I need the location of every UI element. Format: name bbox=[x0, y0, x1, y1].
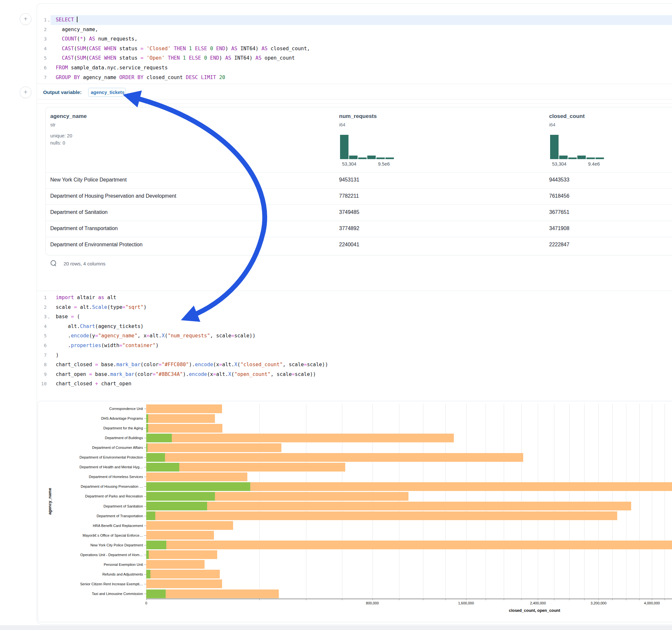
gridline bbox=[466, 404, 466, 599]
line-number: 5 bbox=[37, 331, 47, 341]
search-icon[interactable] bbox=[51, 260, 56, 266]
code-text: CAST(SUM(CASE WHEN status = 'Closed' THE… bbox=[56, 44, 310, 54]
x-axis-tick bbox=[584, 599, 584, 600]
x-axis-title: closed_count, open_count bbox=[509, 608, 560, 613]
code-text: CAST(SUM(CASE WHEN status = 'Open' THEN … bbox=[56, 53, 295, 63]
python-cell-line[interactable]: 2scale = alt.Scale(type="sqrt") bbox=[37, 303, 672, 312]
line-number: 4 bbox=[37, 44, 47, 54]
python-cell-line[interactable]: 5 .encode(y="agency_name", x=alt.X("num_… bbox=[37, 331, 672, 341]
table-cell: 3677651 bbox=[549, 209, 569, 215]
cell-divider bbox=[37, 99, 672, 99]
bar-closed-count bbox=[146, 453, 523, 462]
python-cell-line[interactable]: 10chart_closed + chart_open bbox=[37, 379, 672, 389]
bar-closed-count bbox=[146, 472, 247, 481]
column-stat: nulls: 0 bbox=[50, 140, 65, 146]
notebook-page: + + 1⌄SELECT 2 agency_name,3 COUNT(*) AS… bbox=[0, 0, 672, 630]
python-code-editor[interactable]: 1import altair as alt2scale = alt.Scale(… bbox=[37, 293, 672, 389]
bar-closed-count bbox=[146, 560, 205, 569]
gridline bbox=[259, 404, 260, 599]
fold-caret-icon[interactable]: ⌄ bbox=[48, 16, 50, 25]
x-axis-tick bbox=[446, 599, 446, 600]
code-text: .encode(y="agency_name", x=alt.X("num_re… bbox=[56, 331, 256, 341]
output-variable-pill[interactable]: agency_tickets bbox=[88, 88, 126, 97]
gridline bbox=[598, 404, 599, 599]
gridline bbox=[538, 404, 538, 599]
output-variable-label: Output variable: bbox=[43, 90, 82, 95]
column-histogram bbox=[550, 135, 605, 159]
x-axis-tick bbox=[423, 599, 423, 600]
column-header[interactable]: closed_count bbox=[549, 113, 585, 120]
column-header[interactable]: agency_name bbox=[50, 113, 87, 120]
table-row[interactable]: New York City Police Department945313194… bbox=[46, 172, 672, 189]
x-axis-tick bbox=[613, 599, 613, 600]
gridline bbox=[486, 404, 486, 599]
bar-open-count bbox=[146, 463, 179, 471]
sql-cell-line[interactable]: 1⌄SELECT bbox=[37, 15, 672, 25]
line-number: 6 bbox=[37, 341, 47, 350]
line-number: 7 bbox=[37, 350, 47, 360]
sql-cell-line[interactable]: 2 agency_name, bbox=[37, 25, 672, 35]
line-number: 3 bbox=[37, 34, 47, 44]
table-row[interactable]: Department of Housing Preservation and D… bbox=[46, 188, 672, 205]
table-cell: Department of Environmental Protection bbox=[50, 242, 143, 248]
x-axis-tick bbox=[639, 599, 640, 600]
fold-caret-icon[interactable]: ⌄ bbox=[48, 312, 50, 322]
y-axis-label: Department of Transportation bbox=[38, 511, 143, 521]
x-axis-tick-label: 800,000 bbox=[366, 601, 379, 605]
bar-closed-count bbox=[146, 502, 631, 510]
python-cell-line[interactable]: 8chart_closed = base.mark_bar(color="#FF… bbox=[37, 360, 672, 370]
table-cell: 2222847 bbox=[549, 242, 569, 248]
gridline bbox=[613, 404, 613, 599]
chart-output: Correspondence UnitDHS Advantage Program… bbox=[38, 401, 672, 622]
x-axis-tick-label: 3,200,000 bbox=[591, 601, 606, 605]
gridline bbox=[569, 404, 570, 599]
line-number: 4 bbox=[37, 322, 47, 332]
y-axis-label: Department of Health and Mental Hyg… bbox=[38, 462, 143, 472]
python-cell-line[interactable]: 9chart_open = base.mark_bar(color="#8BC3… bbox=[37, 370, 672, 380]
bar-open-count bbox=[146, 502, 207, 510]
next-panel-edge bbox=[0, 626, 672, 630]
sql-code-editor[interactable]: 1⌄SELECT 2 agency_name,3 COUNT(*) AS num… bbox=[37, 15, 672, 82]
x-axis-tick bbox=[626, 599, 626, 600]
line-number: 1 bbox=[37, 15, 47, 25]
y-axis-label: Department of Consumer Affairs bbox=[38, 443, 143, 453]
line-number: 3 bbox=[37, 312, 47, 322]
table-row[interactable]: Department of Sanitation37494853677651 bbox=[46, 204, 672, 221]
column-header[interactable]: num_requests bbox=[339, 113, 377, 120]
gridline bbox=[584, 404, 584, 599]
y-axis-label: Taxi and Limousine Commission bbox=[38, 589, 143, 599]
python-cell-line[interactable]: 7) bbox=[37, 350, 672, 360]
bar-open-count bbox=[146, 482, 250, 491]
code-text: chart_open = base.mark_bar(color="#8BC34… bbox=[56, 370, 316, 380]
sql-cell-line[interactable]: 3 COUNT(*) AS num_requests, bbox=[37, 34, 672, 44]
python-cell-line[interactable]: 4 alt.Chart(agency_tickets) bbox=[37, 322, 672, 332]
sql-cell-line[interactable]: 4 CAST(SUM(CASE WHEN status = 'Closed' T… bbox=[37, 44, 672, 54]
histogram-min-label: 53,304 bbox=[552, 162, 566, 167]
bar-open-count bbox=[146, 492, 215, 501]
bar-open-count bbox=[146, 424, 148, 433]
code-text: COUNT(*) AS num_requests, bbox=[56, 34, 138, 44]
histogram-max-label: 9.4e6 bbox=[588, 162, 600, 167]
sql-cell-line[interactable]: 7GROUP BY agency_name ORDER BY closed_co… bbox=[37, 73, 672, 83]
bar-closed-count bbox=[146, 531, 214, 539]
table-row[interactable]: Department of Transportation377489234719… bbox=[46, 221, 672, 237]
gridline bbox=[423, 404, 423, 599]
bar-open-count bbox=[146, 550, 149, 559]
x-axis-tick bbox=[466, 599, 466, 600]
python-cell-line[interactable]: 6 .properties(width="container") bbox=[37, 341, 672, 350]
gridline bbox=[504, 404, 504, 599]
sql-cell-line[interactable]: 6FROM sample_data.nyc.service_requests bbox=[37, 63, 672, 73]
table-row[interactable]: Department of Environmental Protection22… bbox=[46, 237, 672, 253]
gridline bbox=[342, 404, 342, 599]
y-axis-label: Refunds and Adjustments bbox=[38, 570, 143, 579]
x-axis-tick bbox=[598, 599, 599, 600]
python-cell-line[interactable]: 1import altair as alt bbox=[37, 293, 672, 303]
add-cell-button[interactable]: + bbox=[20, 13, 31, 25]
x-axis-tick bbox=[504, 599, 504, 600]
line-number: 9 bbox=[37, 370, 47, 380]
python-cell-line[interactable]: 3⌄base = ( bbox=[37, 312, 672, 322]
sql-cell-line[interactable]: 5 CAST(SUM(CASE WHEN status = 'Open' THE… bbox=[37, 53, 672, 63]
y-axis-label: Mayorâ€ s Office of Special Enforce… bbox=[38, 531, 143, 540]
column-dtype: str bbox=[50, 122, 55, 127]
add-cell-button[interactable]: + bbox=[20, 87, 31, 98]
